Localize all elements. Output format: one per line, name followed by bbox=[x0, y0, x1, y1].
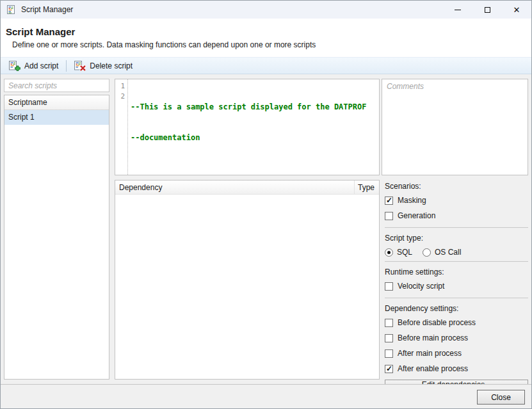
script-list-item[interactable]: Script 1 bbox=[4, 110, 109, 125]
code-line: --This is a sample script displayed for … bbox=[131, 102, 379, 112]
sql-radio[interactable] bbox=[385, 248, 393, 257]
delete-script-icon bbox=[74, 61, 86, 71]
after-main-process-checkbox-row[interactable]: After main process bbox=[385, 349, 528, 358]
before-main-process-checkbox[interactable] bbox=[385, 334, 393, 342]
toolbar: Add script Delete script bbox=[1, 57, 531, 74]
script-list-header[interactable]: Scriptname bbox=[4, 95, 109, 110]
os-call-label: OS Call bbox=[435, 248, 461, 257]
code-line: --documentation bbox=[131, 132, 379, 143]
section-divider bbox=[385, 227, 528, 228]
window-title: Script Manager bbox=[21, 5, 73, 14]
after-enable-process-label: After enable process bbox=[398, 364, 468, 373]
close-icon: ✕ bbox=[513, 6, 520, 14]
settings-panel: Scenarios: Masking Generation Script typ… bbox=[385, 182, 528, 380]
os-call-radio[interactable] bbox=[423, 248, 431, 257]
close-window-button[interactable]: ✕ bbox=[502, 1, 531, 19]
runtime-settings-label: Runtime settings: bbox=[385, 268, 528, 277]
add-script-icon bbox=[9, 61, 20, 71]
minimize-icon bbox=[455, 10, 461, 10]
os-call-radio-row[interactable]: OS Call bbox=[423, 248, 461, 257]
delete-script-label: Delete script bbox=[90, 61, 133, 70]
generation-checkbox-row[interactable]: Generation bbox=[385, 211, 528, 220]
dependency-table-header: Dependency Type bbox=[115, 180, 379, 195]
line-number: 1 bbox=[115, 81, 125, 92]
script-list: Scriptname Script 1 bbox=[4, 95, 109, 380]
after-main-process-label: After main process bbox=[398, 349, 462, 358]
code-editor[interactable]: 1 2 --This is a sample script displayed … bbox=[115, 79, 380, 175]
masking-checkbox-row[interactable]: Masking bbox=[385, 196, 528, 205]
script-icon bbox=[6, 4, 16, 15]
scenarios-label: Scenarios: bbox=[385, 182, 528, 191]
generation-checkbox[interactable] bbox=[385, 212, 393, 220]
before-disable-process-checkbox-row[interactable]: Before disable process bbox=[385, 318, 528, 327]
search-scripts-input[interactable] bbox=[4, 79, 109, 92]
velocity-script-checkbox[interactable] bbox=[385, 282, 393, 291]
code-area[interactable]: --This is a sample script displayed for … bbox=[128, 79, 379, 175]
velocity-script-label: Velocity script bbox=[398, 282, 444, 291]
add-script-label: Add script bbox=[24, 61, 58, 70]
delete-script-button[interactable]: Delete script bbox=[70, 59, 137, 73]
sql-radio-row[interactable]: SQL bbox=[385, 248, 412, 257]
dependency-table: Dependency Type bbox=[115, 180, 380, 380]
sql-label: SQL bbox=[397, 248, 412, 257]
toolbar-separator bbox=[66, 60, 67, 72]
type-column-header[interactable]: Type bbox=[355, 180, 379, 194]
window-controls: ✕ bbox=[443, 1, 531, 19]
minimize-button[interactable] bbox=[443, 1, 472, 19]
close-button[interactable]: Close bbox=[477, 390, 525, 405]
script-type-label: Script type: bbox=[385, 234, 528, 243]
after-enable-process-checkbox-row[interactable]: After enable process bbox=[385, 364, 528, 373]
page-header: Script Manager Define one or more script… bbox=[1, 19, 531, 57]
before-disable-process-checkbox[interactable] bbox=[385, 319, 393, 327]
dependency-settings-label: Dependency settings: bbox=[385, 304, 528, 313]
before-main-process-label: Before main process bbox=[398, 333, 468, 342]
page-subtitle: Define one or more scripts. Data masking… bbox=[1, 37, 531, 49]
line-number: 2 bbox=[115, 92, 125, 102]
after-enable-process-checkbox[interactable] bbox=[385, 365, 393, 373]
dependency-column-header[interactable]: Dependency bbox=[115, 180, 355, 194]
velocity-script-checkbox-row[interactable]: Velocity script bbox=[385, 282, 528, 291]
add-script-button[interactable]: Add script bbox=[4, 59, 63, 73]
maximize-icon bbox=[485, 7, 490, 13]
footer: Close bbox=[1, 384, 531, 408]
masking-checkbox[interactable] bbox=[385, 196, 393, 205]
titlebar: Script Manager ✕ bbox=[1, 1, 531, 19]
maximize-button[interactable] bbox=[472, 1, 502, 19]
after-main-process-checkbox[interactable] bbox=[385, 349, 393, 358]
comments-textarea[interactable] bbox=[382, 79, 528, 175]
section-divider bbox=[385, 298, 528, 298]
masking-label: Masking bbox=[398, 196, 426, 205]
before-disable-process-label: Before disable process bbox=[398, 318, 476, 327]
script-manager-dialog: Script Manager ✕ Script Manager Define o… bbox=[0, 0, 532, 409]
page-title: Script Manager bbox=[1, 19, 531, 37]
generation-label: Generation bbox=[398, 211, 435, 220]
section-divider bbox=[385, 261, 528, 262]
script-type-radio-group: SQL OS Call bbox=[385, 248, 528, 257]
before-main-process-checkbox-row[interactable]: Before main process bbox=[385, 333, 528, 342]
line-number-gutter: 1 2 bbox=[115, 79, 128, 175]
